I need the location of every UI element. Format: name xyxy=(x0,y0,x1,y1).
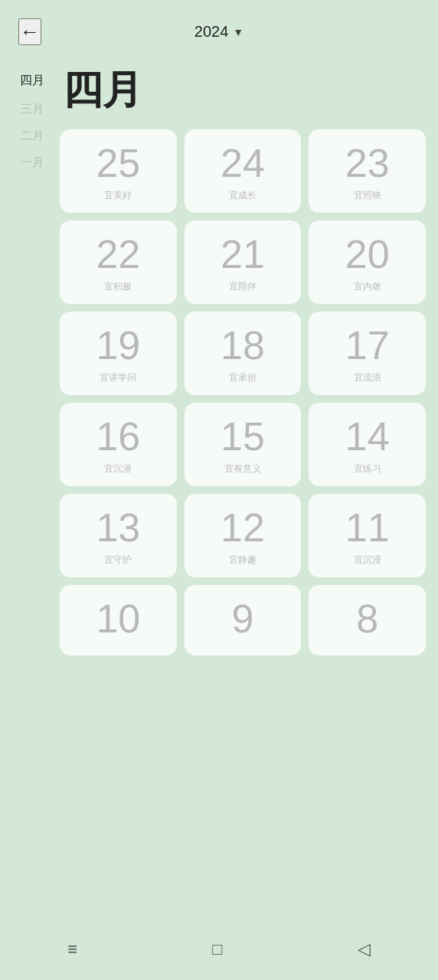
month-item-march[interactable]: 三月 xyxy=(12,98,52,119)
day-label: 宜有意义 xyxy=(224,462,261,475)
day-label: 宜积极 xyxy=(104,280,132,293)
day-label: 宜成长 xyxy=(229,189,257,202)
day-number: 18 xyxy=(221,325,265,365)
day-card-24[interactable]: 24宜成长 xyxy=(185,129,302,213)
day-label: 宜内敛 xyxy=(354,280,381,293)
day-label: 宜承担 xyxy=(229,371,257,384)
day-card-13[interactable]: 13宜守护 xyxy=(60,494,177,577)
day-number: 23 xyxy=(345,143,390,183)
current-month-label: 四月 xyxy=(63,64,426,117)
day-card-12[interactable]: 12宜静趣 xyxy=(185,494,302,577)
day-number: 11 xyxy=(345,508,390,547)
day-number: 19 xyxy=(96,325,140,365)
day-label: 宜照映 xyxy=(354,189,381,202)
day-card-9[interactable]: 9 xyxy=(185,585,302,655)
day-label: 宜静趣 xyxy=(229,554,257,567)
day-card-14[interactable]: 14宜练习 xyxy=(309,403,426,486)
day-number: 10 xyxy=(96,599,140,639)
day-card-18[interactable]: 18宜承担 xyxy=(185,312,302,395)
day-number: 13 xyxy=(96,508,140,547)
day-card-16[interactable]: 16宜沉潜 xyxy=(60,403,177,486)
day-number: 9 xyxy=(232,599,254,639)
home-icon[interactable]: □ xyxy=(212,939,222,959)
year-label: 2024 xyxy=(194,23,229,41)
day-number: 17 xyxy=(345,325,390,365)
day-label: 宜流浪 xyxy=(354,371,381,384)
day-card-10[interactable]: 10 xyxy=(60,585,177,655)
day-label: 宜守护 xyxy=(104,554,132,567)
day-grid: 25宜美好24宜成长23宜照映22宜积极21宜陪伴20宜内敛19宜讲学问18宜承… xyxy=(60,129,426,655)
day-number: 12 xyxy=(221,508,265,547)
menu-icon[interactable]: ≡ xyxy=(67,939,77,959)
day-card-15[interactable]: 15宜有意义 xyxy=(185,403,302,486)
day-number: 15 xyxy=(221,416,265,456)
day-card-20[interactable]: 20宜内敛 xyxy=(309,220,426,304)
day-number: 8 xyxy=(356,599,378,639)
day-label: 宜美好 xyxy=(104,189,132,202)
back-nav-icon[interactable]: ◁ xyxy=(358,939,371,959)
day-card-19[interactable]: 19宜讲学问 xyxy=(60,312,177,395)
month-item-january[interactable]: 一月 xyxy=(12,152,52,172)
day-number: 22 xyxy=(96,234,140,274)
day-card-22[interactable]: 22宜积极 xyxy=(60,220,177,304)
back-button[interactable]: ← xyxy=(18,18,41,45)
day-card-25[interactable]: 25宜美好 xyxy=(60,129,177,213)
day-card-8[interactable]: 8 xyxy=(309,585,426,655)
day-card-17[interactable]: 17宜流浪 xyxy=(309,312,426,395)
header: ← 2024 ▼ xyxy=(0,0,438,48)
content-area: 四月 25宜美好24宜成长23宜照映22宜积极21宜陪伴20宜内敛19宜讲学问1… xyxy=(60,64,426,655)
day-card-21[interactable]: 21宜陪伴 xyxy=(185,220,302,304)
day-number: 21 xyxy=(221,234,265,274)
day-label: 宜沉浸 xyxy=(354,554,381,567)
month-item-february[interactable]: 二月 xyxy=(12,125,52,145)
bottom-nav: ≡ □ ◁ xyxy=(0,926,438,980)
day-label: 宜沉潜 xyxy=(104,462,132,475)
day-label: 宜陪伴 xyxy=(229,280,257,293)
day-number: 25 xyxy=(96,143,140,183)
day-label: 宜练习 xyxy=(354,462,381,475)
year-arrow-icon: ▼ xyxy=(233,26,244,38)
day-number: 20 xyxy=(345,234,390,274)
day-card-23[interactable]: 23宜照映 xyxy=(309,129,426,213)
day-card-11[interactable]: 11宜沉浸 xyxy=(309,494,426,577)
month-list: 四月三月二月一月 xyxy=(12,64,52,655)
main-content: 四月三月二月一月 四月 25宜美好24宜成长23宜照映22宜积极21宜陪伴20宜… xyxy=(0,48,438,655)
day-number: 14 xyxy=(345,416,390,456)
day-label: 宜讲学问 xyxy=(100,371,136,384)
year-selector[interactable]: 2024 ▼ xyxy=(194,23,244,41)
month-item-april[interactable]: 四月 xyxy=(12,70,52,92)
day-number: 16 xyxy=(96,416,140,456)
day-number: 24 xyxy=(221,143,265,183)
